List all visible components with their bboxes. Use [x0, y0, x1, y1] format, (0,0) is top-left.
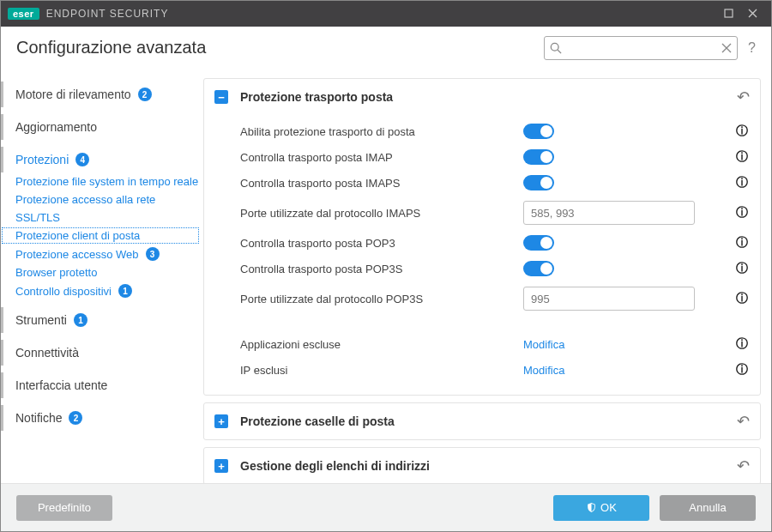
input-imaps-ports[interactable] [523, 201, 695, 225]
info-icon[interactable]: ⓘ [726, 149, 750, 165]
toggle-imaps[interactable] [523, 175, 554, 190]
row-enable-transport: Abilita protezione trasporto di posta ⓘ [240, 118, 750, 144]
nav-device-control[interactable]: Controllo dispositivi1 [1, 281, 200, 300]
info-icon[interactable]: ⓘ [726, 175, 750, 190]
nav-realtime-fs[interactable]: Protezione file system in tempo reale [1, 172, 200, 190]
info-icon[interactable]: ⓘ [726, 336, 750, 352]
nav-tools[interactable]: Strumenti1 [1, 307, 200, 333]
info-icon[interactable]: ⓘ [726, 235, 750, 251]
row-pop3s: Controlla trasporto posta POP3S ⓘ [240, 256, 750, 281]
row-imap: Controlla trasporto posta IMAP ⓘ [240, 144, 750, 170]
window-maximize-icon[interactable] [716, 7, 740, 21]
clear-search-icon[interactable] [721, 43, 732, 53]
default-button[interactable]: Predefinito [16, 495, 112, 521]
sidebar: Motore di rilevamento2 Aggiornamento Pro… [1, 70, 200, 483]
row-excluded-ips: IP esclusi Modifica ⓘ [240, 357, 750, 383]
nav-ssl-tls[interactable]: SSL/TLS [1, 209, 200, 227]
section-title: Protezione caselle di posta [240, 414, 737, 428]
input-pop3s-ports[interactable] [523, 287, 695, 311]
svg-rect-0 [725, 9, 733, 17]
nav-detection-engine[interactable]: Motore di rilevamento2 [1, 82, 200, 107]
revert-icon[interactable]: ↶ [737, 456, 750, 475]
edit-excluded-ips-link[interactable]: Modifica [523, 364, 564, 377]
footer: Predefinito OK Annulla [1, 483, 771, 531]
ok-button[interactable]: OK [553, 495, 649, 521]
revert-icon[interactable]: ↶ [737, 412, 750, 431]
ok-label: OK [600, 501, 617, 514]
shield-icon [586, 502, 597, 513]
section-header[interactable]: − Protezione trasporto posta ↶ [204, 79, 760, 115]
section-address-lists: + Gestione degli elenchi di indirizzi ↶ [203, 447, 761, 483]
label: Controlla trasporto posta POP3S [240, 263, 523, 275]
info-icon[interactable]: ⓘ [726, 291, 750, 306]
section-header[interactable]: + Protezione caselle di posta ↶ [204, 403, 760, 439]
window-close-icon[interactable] [740, 7, 764, 21]
badge: 4 [75, 153, 89, 166]
nav-network-access[interactable]: Protezione accesso alla rete [1, 190, 200, 209]
info-icon[interactable]: ⓘ [726, 261, 750, 276]
search-box[interactable] [544, 36, 738, 60]
badge: 1 [74, 313, 87, 327]
label: Controlla trasporto posta IMAPS [240, 177, 523, 190]
toggle-pop3s[interactable] [523, 261, 554, 276]
row-imaps-ports: Porte utilizzate dal protocollo IMAPS ⓘ [240, 196, 750, 230]
revert-icon[interactable]: ↶ [737, 88, 750, 106]
search-input[interactable] [567, 42, 716, 54]
toggle-pop3[interactable] [523, 235, 554, 251]
svg-point-1 [551, 43, 558, 51]
nav-ui[interactable]: Interfaccia utente [1, 372, 200, 398]
header: Configurazione avanzata ? [1, 27, 771, 70]
label: Controlla trasporto posta POP3 [240, 237, 523, 250]
section-mail-transport: − Protezione trasporto posta ↶ Abilita p… [203, 78, 761, 396]
page-title: Configurazione avanzata [16, 38, 206, 57]
toggle-enable-transport[interactable] [523, 124, 554, 139]
nav-connectivity[interactable]: Connettività [1, 340, 200, 366]
label: Controlla trasporto posta IMAP [240, 151, 523, 164]
nav-protections[interactable]: Protezioni4 [1, 147, 200, 172]
brand-logo: eser [8, 8, 39, 20]
label: Applicazioni escluse [240, 338, 523, 351]
help-icon[interactable]: ? [748, 40, 756, 56]
expand-icon[interactable]: + [214, 414, 228, 428]
label: Abilita protezione trasporto di posta [240, 125, 523, 138]
svg-line-2 [558, 50, 561, 53]
titlebar: eser ENDPOINT SECURITY [1, 1, 771, 27]
row-imaps: Controlla trasporto posta IMAPS ⓘ [240, 170, 750, 196]
row-pop3s-ports: Porte utilizzate dal protocollo POP3S ⓘ [240, 281, 750, 316]
expand-icon[interactable]: + [214, 459, 228, 473]
section-mailbox-protection: + Protezione caselle di posta ↶ [203, 402, 761, 440]
nav-update[interactable]: Aggiornamento [1, 114, 200, 140]
nav-mail-client[interactable]: Protezione client di posta [1, 227, 200, 245]
edit-excluded-apps-link[interactable]: Modifica [523, 338, 564, 351]
section-header[interactable]: + Gestione degli elenchi di indirizzi ↶ [204, 448, 760, 483]
toggle-imap[interactable] [523, 149, 554, 165]
nav-protected-browser[interactable]: Browser protetto [1, 263, 200, 281]
nav-web-access[interactable]: Protezione accesso Web3 [1, 245, 200, 263]
collapse-icon[interactable]: − [214, 90, 228, 104]
section-title: Gestione degli elenchi di indirizzi [240, 459, 737, 473]
section-title: Protezione trasporto posta [240, 90, 737, 104]
label: IP esclusi [240, 364, 523, 377]
main-panel: − Protezione trasporto posta ↶ Abilita p… [200, 70, 771, 483]
badge: 2 [138, 88, 152, 101]
nav-notifications[interactable]: Notifiche2 [1, 405, 200, 431]
label: Porte utilizzate dal protocollo POP3S [240, 293, 523, 305]
label: Porte utilizzate dal protocollo IMAPS [240, 207, 523, 220]
row-excluded-apps: Applicazioni escluse Modifica ⓘ [240, 331, 750, 357]
info-icon[interactable]: ⓘ [726, 205, 750, 221]
badge: 1 [118, 284, 132, 298]
cancel-button[interactable]: Annulla [660, 495, 756, 521]
info-icon[interactable]: ⓘ [726, 124, 750, 139]
search-icon [550, 42, 562, 54]
row-pop3: Controlla trasporto posta POP3 ⓘ [240, 230, 750, 256]
badge: 3 [146, 247, 160, 261]
badge: 2 [69, 411, 82, 425]
product-name: ENDPOINT SECURITY [46, 8, 169, 20]
info-icon[interactable]: ⓘ [726, 362, 750, 378]
